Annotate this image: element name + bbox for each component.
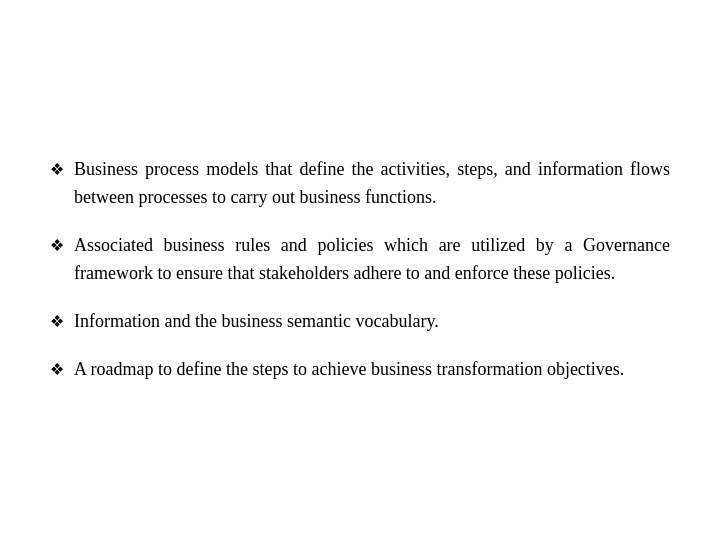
bullet-text-1: Business process models that define the …: [74, 156, 670, 212]
bullet-diamond-3: ❖: [50, 310, 64, 335]
bullet-text-2: Associated business rules and policies w…: [74, 232, 670, 288]
slide-container: ❖ Business process models that define th…: [0, 0, 720, 540]
bullet-diamond-4: ❖: [50, 358, 64, 383]
bullet-item-3: ❖ Information and the business semantic …: [50, 308, 670, 336]
bullet-text-4: A roadmap to define the steps to achieve…: [74, 356, 670, 384]
bullet-item-1: ❖ Business process models that define th…: [50, 156, 670, 212]
bullet-diamond-2: ❖: [50, 234, 64, 259]
content-area: ❖ Business process models that define th…: [50, 156, 670, 383]
bullet-diamond-1: ❖: [50, 158, 64, 183]
bullet-item-4: ❖ A roadmap to define the steps to achie…: [50, 356, 670, 384]
bullet-item-2: ❖ Associated business rules and policies…: [50, 232, 670, 288]
bullet-list: ❖ Business process models that define th…: [50, 156, 670, 383]
bullet-text-3: Information and the business semantic vo…: [74, 308, 670, 336]
